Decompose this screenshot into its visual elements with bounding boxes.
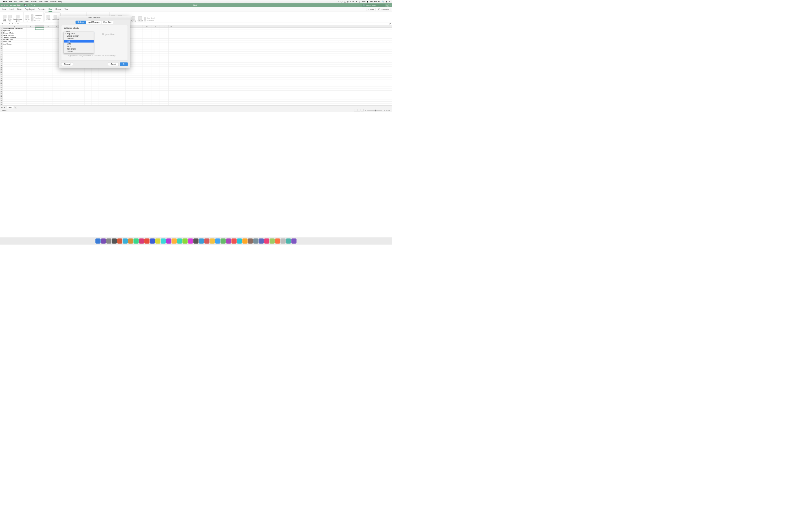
- sync-icon[interactable]: ◯: [341, 1, 343, 3]
- cell[interactable]: [35, 71, 44, 73]
- cell[interactable]: [151, 71, 160, 73]
- cell[interactable]: [88, 89, 92, 91]
- cell[interactable]: [81, 69, 85, 71]
- row-header[interactable]: 32: [0, 95, 3, 97]
- cell[interactable]: [168, 52, 174, 54]
- col-header[interactable]: D: [44, 25, 52, 27]
- cell[interactable]: [160, 97, 168, 99]
- cell[interactable]: [160, 93, 168, 95]
- cell[interactable]: [35, 84, 44, 86]
- menu-format[interactable]: Format: [31, 1, 37, 3]
- dock-app[interactable]: [199, 238, 204, 243]
- cell[interactable]: [151, 43, 160, 45]
- cell[interactable]: [61, 100, 71, 101]
- cell[interactable]: [143, 89, 151, 91]
- cell[interactable]: [52, 91, 61, 93]
- cell[interactable]: [125, 97, 134, 99]
- cell[interactable]: Sansa Stark: [3, 41, 27, 43]
- cell[interactable]: [151, 58, 160, 60]
- expand-formula-bar-icon[interactable]: ▾: [389, 23, 392, 25]
- row-header[interactable]: 33: [0, 97, 3, 99]
- cell[interactable]: [35, 52, 44, 54]
- cell[interactable]: [151, 78, 160, 80]
- dock-app[interactable]: [215, 238, 220, 243]
- tab-draw[interactable]: Draw: [17, 8, 21, 11]
- cell[interactable]: [85, 86, 88, 88]
- cell[interactable]: [27, 45, 35, 47]
- cell[interactable]: [143, 64, 151, 66]
- cell[interactable]: [168, 45, 174, 47]
- cell[interactable]: [95, 100, 99, 101]
- cell[interactable]: [71, 91, 81, 93]
- cell[interactable]: [125, 82, 134, 84]
- cell[interactable]: [44, 36, 52, 38]
- cell[interactable]: [99, 89, 102, 91]
- cell[interactable]: [117, 73, 125, 75]
- cell[interactable]: [143, 34, 151, 36]
- cell[interactable]: [160, 67, 168, 69]
- cell[interactable]: [151, 89, 160, 91]
- cell[interactable]: [102, 97, 106, 99]
- cell[interactable]: [134, 89, 143, 91]
- cell[interactable]: [143, 32, 151, 34]
- cell[interactable]: [35, 58, 44, 60]
- cell[interactable]: [99, 86, 102, 88]
- cell[interactable]: [117, 104, 125, 105]
- cell[interactable]: [3, 95, 27, 97]
- cell[interactable]: [134, 97, 143, 99]
- cell[interactable]: [168, 43, 174, 45]
- cell[interactable]: [143, 102, 151, 104]
- cell[interactable]: [160, 56, 168, 58]
- cell[interactable]: [85, 91, 88, 93]
- cell[interactable]: [160, 78, 168, 80]
- cell[interactable]: [143, 71, 151, 73]
- cell[interactable]: [134, 49, 143, 51]
- cell[interactable]: [71, 93, 81, 95]
- cell[interactable]: [117, 80, 125, 82]
- cell[interactable]: [92, 84, 95, 86]
- cell[interactable]: [160, 89, 168, 91]
- row-header[interactable]: 14: [0, 56, 3, 58]
- cell[interactable]: [134, 95, 143, 97]
- tab-data[interactable]: Data: [49, 8, 52, 11]
- cell[interactable]: Favorite Female Characters: [3, 27, 27, 30]
- cell[interactable]: [35, 86, 44, 88]
- cell[interactable]: [52, 80, 61, 82]
- cell[interactable]: [92, 71, 95, 73]
- notifications-icon[interactable]: ☰: [389, 1, 391, 3]
- cell[interactable]: [85, 82, 88, 84]
- cell[interactable]: [99, 102, 102, 104]
- cell[interactable]: [151, 60, 160, 62]
- cell[interactable]: [95, 82, 99, 84]
- cell[interactable]: [3, 45, 27, 47]
- col-header[interactable]: T: [160, 25, 168, 27]
- cell[interactable]: [27, 56, 35, 58]
- cell[interactable]: [44, 27, 52, 30]
- cell[interactable]: [3, 62, 27, 64]
- cell[interactable]: [27, 54, 35, 56]
- cell[interactable]: [134, 71, 143, 73]
- cell[interactable]: [134, 30, 143, 32]
- cell[interactable]: [168, 36, 174, 38]
- cell[interactable]: [35, 100, 44, 101]
- cell[interactable]: [143, 43, 151, 45]
- cell[interactable]: [3, 82, 27, 84]
- cell[interactable]: Arya Stark: [3, 30, 27, 32]
- cell[interactable]: [35, 93, 44, 95]
- cell[interactable]: [168, 47, 174, 49]
- cell[interactable]: [3, 71, 27, 73]
- cell[interactable]: [3, 100, 27, 101]
- cell[interactable]: [3, 49, 27, 51]
- dock-app[interactable]: [259, 238, 264, 243]
- row-header[interactable]: 3: [0, 32, 3, 34]
- cell[interactable]: [27, 67, 35, 69]
- cell[interactable]: [151, 100, 160, 101]
- cell[interactable]: [52, 89, 61, 91]
- cell[interactable]: [92, 69, 95, 71]
- cell[interactable]: [102, 95, 106, 97]
- row-header[interactable]: 18: [0, 64, 3, 66]
- spotlight-icon[interactable]: 🔍: [382, 1, 384, 3]
- cell[interactable]: [102, 82, 106, 84]
- cell[interactable]: [151, 95, 160, 97]
- cell[interactable]: [27, 73, 35, 75]
